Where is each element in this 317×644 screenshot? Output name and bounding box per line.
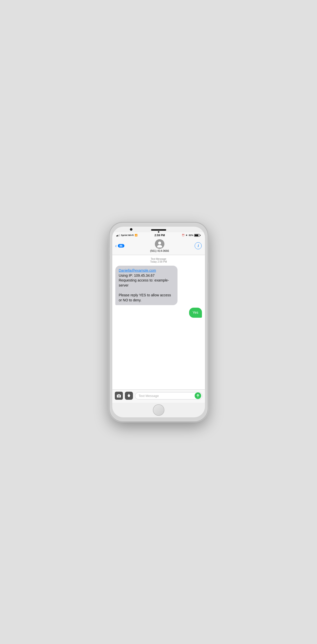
camera-button[interactable] [115,392,123,400]
outgoing-message-row: Yes [115,308,202,318]
svg-point-0 [158,242,161,245]
signal-bars [116,234,120,236]
input-bar: Text Message [112,389,205,403]
email-link[interactable]: Daniella@example.com [119,268,156,272]
incoming-body: Using IP: 109.45.34.67 Requesting access… [119,273,171,302]
phone-device: Sprint Wi-Fi 📶 2:59 PM ⏰ ∗ 82% ‹ 86 [110,223,208,421]
carrier-label: Sprint Wi-Fi [121,234,134,236]
svg-point-2 [118,395,119,396]
status-time: 2:59 PM [154,234,165,237]
back-button[interactable]: ‹ 86 [115,243,124,249]
incoming-message-row: Daniella@example.com Using IP: 109.45.34… [115,266,202,305]
speaker [151,229,166,231]
messages-area: Text Message Today 2:58 PM Daniella@exam… [112,255,205,389]
volume-down-button [109,274,110,287]
status-left: Sprint Wi-Fi 📶 [116,234,137,236]
back-badge: 86 [118,244,124,248]
signal-bar-1 [116,235,117,236]
message-type-label: Text Message [115,258,202,260]
signal-bar-3 [118,234,119,236]
text-input-placeholder: Text Message [139,394,159,398]
svg-point-1 [157,245,162,248]
back-chevron-icon: ‹ [115,243,117,249]
send-button[interactable] [195,392,201,399]
bluetooth-icon: ∗ [186,234,188,236]
camera-dot [130,228,132,231]
mute-button [109,248,110,255]
contact-info: (561) 414-0666 [150,239,169,252]
alarm-icon: ⏰ [182,234,185,236]
avatar [155,239,164,249]
appstore-button[interactable] [125,392,133,400]
contact-number: (561) 414-0666 [150,249,169,252]
status-bar: Sprint Wi-Fi 📶 2:59 PM ⏰ ∗ 82% [112,232,205,238]
info-icon: i [198,244,199,248]
navigation-bar: ‹ 86 (561) 414-0666 i [112,238,205,255]
signal-bar-2 [117,235,118,236]
front-camera [158,231,159,233]
message-date-header: Text Message Today 2:58 PM [115,258,202,263]
outgoing-text: Yes [193,310,198,314]
power-button [207,263,208,280]
message-date: Today 2:58 PM [115,260,202,263]
home-button[interactable] [153,404,164,416]
wifi-icon: 📶 [135,234,137,236]
phone-screen: Sprint Wi-Fi 📶 2:59 PM ⏰ ∗ 82% ‹ 86 [112,227,205,417]
outgoing-bubble: Yes [189,308,202,318]
info-button[interactable]: i [195,242,202,249]
battery-indicator [194,234,201,237]
volume-up-button [109,259,110,272]
battery-percent: 82% [189,234,193,236]
signal-bar-4 [119,234,120,236]
status-right: ⏰ ∗ 82% [182,234,201,237]
incoming-bubble: Daniella@example.com Using IP: 109.45.34… [115,266,178,305]
text-input-container[interactable]: Text Message [135,392,202,399]
home-area [112,403,205,417]
